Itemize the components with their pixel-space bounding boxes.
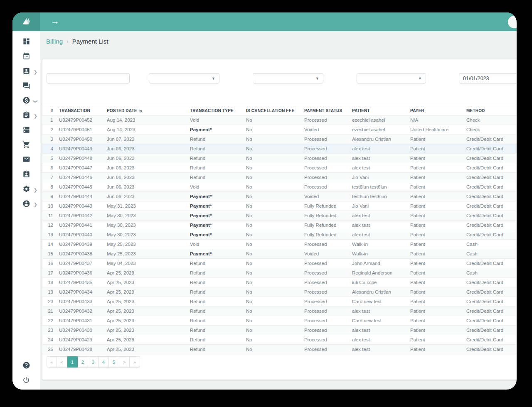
page-4-button[interactable]: 4 (99, 356, 109, 368)
column-header-patient[interactable]: PATIENT (352, 106, 410, 115)
table-row[interactable]: 5U02479P00448Jun 06, 2023RefundNoProcess… (42, 154, 517, 163)
prev-page-button[interactable]: < (57, 356, 67, 368)
table-row[interactable]: 1U02479P00452Aug 14, 2023VoidNoProcessed… (42, 115, 517, 125)
table-row[interactable]: 20U02479P00433Apr 25, 2023RefundNoProces… (42, 297, 517, 306)
table-row[interactable]: 18U02479P00435Apr 25, 2023RefundNoProces… (42, 278, 517, 287)
table-row[interactable]: 9U02479P00444Jun 06, 2023Payment*NoVoide… (42, 192, 517, 201)
filter-is-cancellation-policy-payment: ▼ (253, 71, 323, 83)
app-logo[interactable] (12, 12, 40, 31)
next-page-button[interactable]: > (119, 356, 130, 368)
cell-is-cancellation-fee: No (246, 268, 304, 278)
table-row[interactable]: 10U02479P00443May 31, 2023Payment*NoFull… (42, 201, 517, 211)
column-header-transaction[interactable]: TRANSACTION (59, 106, 107, 115)
page-1-button[interactable]: 1 (67, 356, 78, 368)
table-row[interactable]: 23U02479P00430Apr 25, 2023RefundNoProces… (42, 326, 517, 335)
cell-payment-status: Voided (304, 192, 352, 201)
sidebar-item-tasks[interactable]: ❯ (12, 109, 40, 124)
cell-posted-date: Jun 06, 2023 (107, 163, 190, 173)
table-row[interactable]: 25U02479P00428Apr 25, 2023RefundNoProces… (42, 345, 517, 354)
table-row[interactable]: 3U02479P00450Jun 07, 2023RefundNoProcess… (42, 135, 517, 144)
table-row[interactable]: 19U02479P00434Apr 25, 2023RefundNoProces… (42, 287, 517, 297)
cell-num: 4 (42, 144, 59, 154)
filter-input[interactable] (459, 73, 517, 83)
table-row[interactable]: 16U02479P00437May 04, 2023RefundNoProces… (42, 259, 517, 268)
table-row[interactable]: 7U02479P00446Jun 06, 2023RefundNoProcess… (42, 173, 517, 182)
filter-select[interactable]: ▼ (357, 73, 426, 83)
table-row[interactable]: 24U02479P00429Apr 25, 2023RefundNoProces… (42, 335, 517, 345)
logo-icon (21, 16, 32, 28)
help-icon[interactable] (22, 361, 30, 371)
filter-select[interactable]: ▼ (149, 73, 219, 83)
table-row[interactable]: 8U02479P00445Jun 06, 2023VoidNoProcessed… (42, 182, 517, 192)
chat-icon (22, 82, 30, 91)
cell-transaction-type: Void (190, 240, 246, 249)
cell-transaction: U02479P00433 (59, 297, 107, 306)
table-row[interactable]: 6U02479P00447Jun 06, 2023RefundNoProcess… (42, 163, 517, 173)
table-row[interactable]: 21U02479P00432Apr 25, 2023RefundNoProces… (42, 306, 517, 316)
cell-transaction: U02479P00436 (59, 268, 107, 278)
cell-posted-date: May 25, 2023 (107, 240, 190, 249)
table-row[interactable]: 2U02479P00451Aug 14, 2023Payment*NoVoide… (42, 125, 517, 135)
cell-num: 10 (42, 201, 59, 211)
cell-posted-date: Aug 14, 2023 (107, 115, 190, 125)
sidebar-item-calendar[interactable] (12, 50, 40, 65)
cell-is-cancellation-fee: No (246, 345, 304, 354)
first-page-button[interactable]: « (47, 356, 57, 368)
cell-method: Credit/Debit Card (466, 278, 517, 287)
breadcrumb-billing[interactable]: Billing (46, 38, 63, 45)
cell-transaction-type: Payment* (190, 201, 246, 211)
table-row[interactable]: 11U02479P00442May 30, 2023Payment*NoFull… (42, 211, 517, 221)
cell-payment-status: Processed (304, 173, 352, 182)
cell-payment-status: Processed (304, 135, 352, 144)
topbar-avatar[interactable] (508, 16, 517, 28)
column-header-is-cancellation-fee[interactable]: IS CANCELLATION FEE (246, 106, 304, 115)
cell-transaction: U02479P00452 (59, 115, 107, 125)
last-page-button[interactable]: » (130, 356, 140, 368)
sidebar-item-settings[interactable]: ❯ (12, 182, 40, 197)
sidebar-item-cart[interactable] (12, 138, 40, 153)
sidebar-item-cards[interactable] (12, 123, 40, 138)
account-icon (22, 200, 30, 209)
cell-num: 24 (42, 335, 59, 345)
column-header-payer[interactable]: PAYER (410, 106, 466, 115)
column-header-posted-date[interactable]: POSTED DATE (107, 106, 190, 115)
table-row[interactable]: 15U02479P00438May 25, 2023Payment*NoVoid… (42, 249, 517, 259)
cell-method: Credit/Debit Card (466, 192, 517, 201)
power-icon[interactable] (22, 376, 30, 385)
filter-select[interactable]: ▼ (253, 73, 323, 83)
filter-input[interactable] (47, 73, 130, 83)
cell-transaction-type: Payment* (190, 249, 246, 259)
column-header-transaction-type[interactable]: TRANSACTION TYPE (190, 106, 246, 115)
cell-num: 25 (42, 345, 59, 354)
page-2-button[interactable]: 2 (78, 356, 88, 368)
sidebar-item-chat[interactable] (12, 79, 40, 94)
sidebar-item-badge[interactable] (12, 168, 40, 183)
sidebar-item-billing[interactable]: ❯ (12, 94, 40, 109)
filter-patient-name (47, 71, 130, 83)
cell-method: Credit/Debit Card (466, 306, 517, 316)
page-5-button[interactable]: 5 (109, 356, 119, 368)
sidebar-item-mail[interactable] (12, 153, 40, 168)
table-row[interactable]: 17U02479P00436Apr 25, 2023RefundNoProces… (42, 268, 517, 278)
cell-is-cancellation-fee: No (246, 125, 304, 135)
table-row[interactable]: 12U02479P00441May 30, 2023Payment*NoFull… (42, 221, 517, 230)
table-row[interactable]: 4U02479P00449Jun 06, 2023RefundNoProcess… (42, 144, 517, 154)
page-3-button[interactable]: 3 (88, 356, 99, 368)
chevron-down-icon: ❯ (33, 99, 38, 103)
sidebar-item-patients[interactable]: ❯ (12, 64, 40, 79)
table-row[interactable]: 14U02479P00439May 25, 2023VoidNoProcesse… (42, 240, 517, 249)
cell-transaction: U02479P00450 (59, 135, 107, 144)
cell-transaction-type: Payment* (190, 125, 246, 135)
mail-icon (22, 155, 30, 165)
sidebar-item-account[interactable]: ❯ (12, 197, 40, 212)
sidebar-item-dashboard[interactable] (12, 35, 40, 50)
cell-posted-date: Apr 25, 2023 (107, 335, 190, 345)
column-header-method[interactable]: METHOD (466, 106, 517, 115)
table-row[interactable]: 13U02479P00440May 30, 2023Payment*NoFull… (42, 230, 517, 240)
column-header-payment-status[interactable]: PAYMENT STATUS (304, 106, 352, 115)
breadcrumb-separator-icon: › (66, 38, 69, 45)
cell-is-cancellation-fee: No (246, 163, 304, 173)
forward-arrow-icon[interactable]: → (51, 16, 59, 26)
column-header-num[interactable]: # (42, 106, 59, 115)
table-row[interactable]: 22U02479P00431Apr 25, 2023RefundNoProces… (42, 316, 517, 326)
